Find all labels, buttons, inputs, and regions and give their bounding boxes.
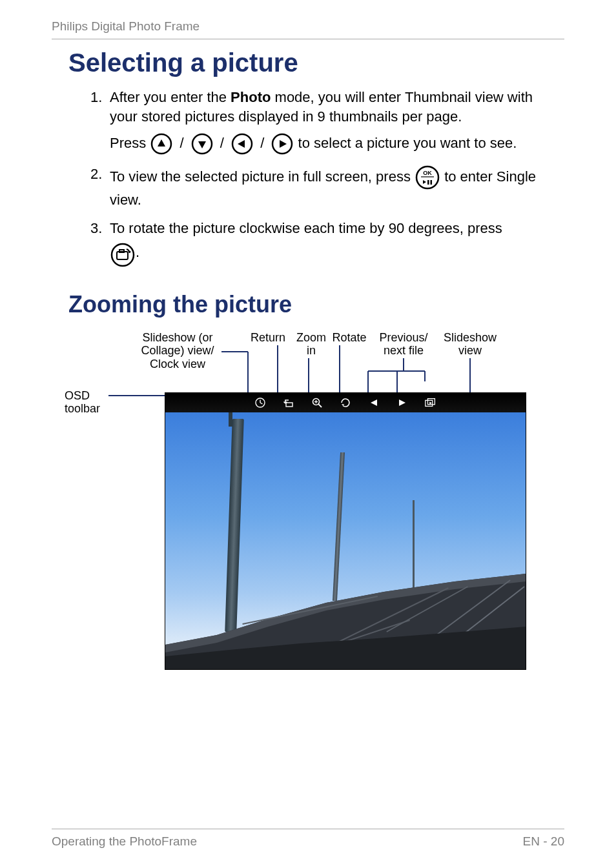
svg-rect-29 bbox=[286, 403, 293, 407]
header-rule bbox=[52, 39, 564, 39]
svg-rect-35 bbox=[427, 398, 435, 404]
text: After you enter the bbox=[110, 89, 231, 105]
list-item: 2. To view the selected picture in full … bbox=[90, 165, 558, 210]
return-icon bbox=[282, 396, 295, 409]
list-item: 1. After you enter the Photo mode, you w… bbox=[90, 88, 558, 156]
manual-page: Philips Digital Photo Frame Selecting a … bbox=[0, 0, 616, 868]
bold-text: Photo bbox=[231, 89, 271, 105]
select-label: to select a picture you want to see. bbox=[298, 135, 517, 151]
page-footer: Operating the PhotoFrame EN - 20 bbox=[52, 829, 564, 849]
rotate-icon bbox=[339, 396, 352, 409]
down-button-icon bbox=[190, 132, 214, 156]
list-body: After you enter the Photo mode, you will… bbox=[110, 88, 558, 156]
svg-rect-7 bbox=[427, 180, 429, 185]
zoom-in-icon bbox=[311, 396, 323, 409]
svg-line-28 bbox=[260, 403, 263, 404]
separator: / bbox=[180, 135, 183, 151]
rotate-button-icon bbox=[110, 242, 136, 268]
section-heading-selecting: Selecting a picture bbox=[68, 48, 564, 77]
clock-icon bbox=[254, 396, 267, 409]
list-item: 3. To rotate the picture clockwise each … bbox=[90, 219, 558, 268]
osd-diagram: OSD toolbar Slideshow (or Collage) view/… bbox=[65, 331, 577, 738]
ordered-list: 1. After you enter the Photo mode, you w… bbox=[90, 88, 558, 277]
list-number: 2. bbox=[90, 165, 110, 210]
ok-button-icon: OK bbox=[415, 165, 440, 190]
photo-image bbox=[165, 412, 526, 670]
header-title: Philips Digital Photo Frame bbox=[52, 19, 564, 34]
list-number: 3. bbox=[90, 219, 110, 268]
footer-right: EN - 20 bbox=[523, 834, 564, 849]
text: To rotate the picture clockwise each tim… bbox=[110, 220, 502, 236]
list-number: 1. bbox=[90, 88, 110, 156]
footer-rule bbox=[52, 829, 564, 829]
osd-toolbar bbox=[165, 393, 526, 412]
list-body: To view the selected picture in full scr… bbox=[110, 165, 558, 210]
text: . bbox=[136, 244, 139, 260]
left-button-icon bbox=[231, 132, 254, 156]
prev-icon bbox=[367, 396, 380, 409]
section-heading-zooming: Zooming the picture bbox=[68, 291, 564, 318]
photo-preview bbox=[165, 392, 526, 670]
up-button-icon bbox=[150, 132, 173, 156]
svg-point-9 bbox=[112, 244, 134, 266]
right-button-icon bbox=[271, 132, 294, 156]
next-icon bbox=[396, 396, 409, 409]
press-label: Press bbox=[110, 135, 150, 151]
footer-left: Operating the PhotoFrame bbox=[52, 834, 197, 849]
svg-text:OK: OK bbox=[423, 170, 432, 176]
list-body: To rotate the picture clockwise each tim… bbox=[110, 219, 558, 268]
text: To view the selected picture in full scr… bbox=[110, 168, 415, 185]
svg-line-31 bbox=[318, 404, 322, 407]
separator: / bbox=[260, 135, 264, 151]
separator: / bbox=[220, 135, 224, 151]
slideshow-icon bbox=[424, 396, 437, 409]
svg-rect-8 bbox=[431, 180, 433, 185]
